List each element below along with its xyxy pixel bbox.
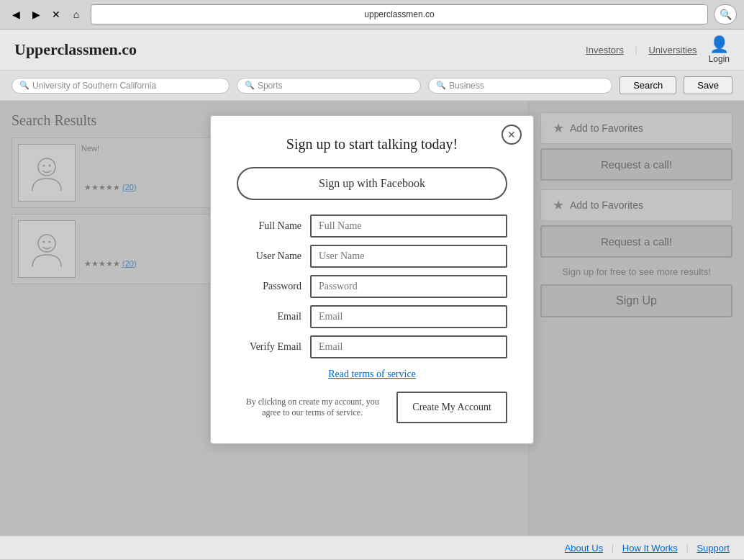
user-name-row: User Name bbox=[237, 245, 507, 268]
university-placeholder: University of Southern California bbox=[32, 81, 156, 91]
about-us-link[interactable]: About Us bbox=[565, 543, 603, 554]
url-text: upperclassmen.co bbox=[364, 9, 434, 19]
verify-email-label: Verify Email bbox=[237, 341, 301, 353]
email-label: Email bbox=[237, 311, 301, 322]
signup-modal: ✕ Sign up to start talking today! Sign u… bbox=[210, 115, 534, 444]
nav-buttons: ◀ ▶ ✕ ⌂ bbox=[7, 6, 85, 23]
search-icon-3: 🔍 bbox=[436, 81, 446, 90]
url-bar[interactable]: upperclassmen.co bbox=[91, 4, 708, 24]
login-label: Login bbox=[709, 54, 730, 64]
user-name-label: User Name bbox=[237, 250, 301, 262]
modal-title: Sign up to start talking today! bbox=[237, 136, 507, 153]
universities-link[interactable]: Universities bbox=[648, 45, 697, 55]
email-input[interactable] bbox=[310, 305, 507, 328]
investors-link[interactable]: Investors bbox=[586, 45, 624, 55]
footer-divider-2: | bbox=[686, 542, 689, 554]
close-button[interactable]: ✕ bbox=[47, 6, 65, 23]
university-search-field[interactable]: 🔍 University of Southern California bbox=[12, 78, 230, 94]
browser-chrome: ◀ ▶ ✕ ⌂ upperclassmen.co 🔍 bbox=[0, 0, 744, 30]
search-button[interactable]: Search bbox=[620, 76, 676, 94]
site-wrapper: Upperclassmen.co Investors | Universitie… bbox=[0, 30, 744, 559]
modal-overlay: ✕ Sign up to start talking today! Sign u… bbox=[0, 101, 744, 536]
business-placeholder: Business bbox=[449, 81, 484, 91]
facebook-signup-button[interactable]: Sign up with Facebook bbox=[237, 167, 507, 200]
search-icon-1: 🔍 bbox=[19, 81, 30, 90]
business-search-field[interactable]: 🔍 Business bbox=[428, 78, 612, 94]
terms-link[interactable]: Read terms of service bbox=[237, 369, 507, 380]
modal-footer: By clicking on create my account, you ag… bbox=[237, 392, 507, 423]
back-button[interactable]: ◀ bbox=[7, 6, 24, 23]
modal-close-button[interactable]: ✕ bbox=[502, 125, 522, 145]
full-name-input[interactable] bbox=[310, 214, 507, 238]
main-content: Search Results New! ★★★★★ bbox=[0, 101, 744, 536]
verify-email-row: Verify Email bbox=[237, 335, 507, 358]
header-nav: Investors | Universities 👤 Login bbox=[586, 35, 730, 64]
footer-divider-1: | bbox=[612, 542, 614, 554]
sports-search-field[interactable]: 🔍 Sports bbox=[237, 78, 421, 94]
support-link[interactable]: Support bbox=[697, 543, 730, 554]
password-input[interactable] bbox=[310, 275, 507, 298]
password-row: Password bbox=[237, 275, 507, 298]
site-footer: About Us | How It Works | Support bbox=[0, 536, 744, 559]
email-row: Email bbox=[237, 305, 507, 328]
nav-divider: | bbox=[635, 44, 638, 55]
home-button[interactable]: ⌂ bbox=[68, 6, 85, 23]
browser-search-button[interactable]: 🔍 bbox=[714, 4, 737, 24]
password-label: Password bbox=[237, 281, 301, 292]
search-icon-2: 🔍 bbox=[245, 81, 255, 90]
search-bar: 🔍 University of Southern California 🔍 Sp… bbox=[0, 71, 744, 101]
site-header: Upperclassmen.co Investors | Universitie… bbox=[0, 30, 744, 71]
login-button[interactable]: 👤 Login bbox=[709, 35, 730, 64]
user-icon: 👤 bbox=[709, 35, 729, 54]
full-name-label: Full Name bbox=[237, 220, 301, 232]
site-logo: Upperclassmen.co bbox=[14, 40, 137, 59]
full-name-row: Full Name bbox=[237, 214, 507, 238]
terms-note: By clicking on create my account, you ag… bbox=[237, 397, 388, 418]
user-name-input[interactable] bbox=[310, 245, 507, 268]
sports-placeholder: Sports bbox=[258, 81, 283, 91]
how-it-works-link[interactable]: How It Works bbox=[622, 543, 678, 554]
verify-email-input[interactable] bbox=[310, 335, 507, 358]
forward-button[interactable]: ▶ bbox=[27, 6, 45, 23]
save-button[interactable]: Save bbox=[684, 76, 732, 94]
create-account-button[interactable]: Create My Account bbox=[396, 392, 507, 423]
